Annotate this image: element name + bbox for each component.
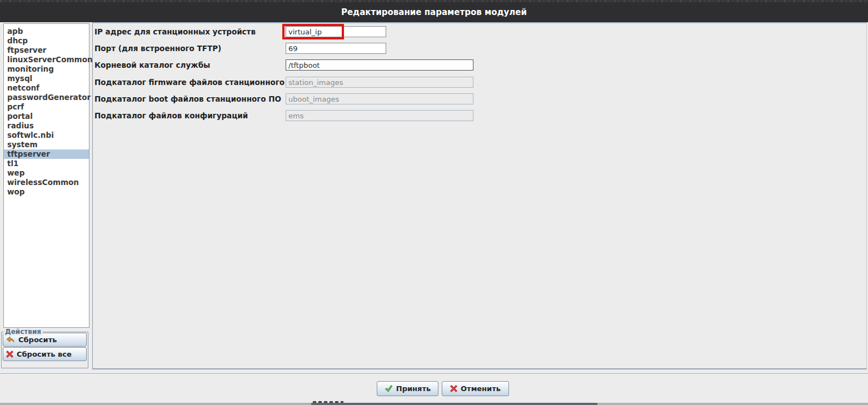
cancel-button-label: Отменить bbox=[461, 384, 501, 393]
field-label-root-dir: Корневой каталог службы bbox=[94, 59, 210, 71]
reset-button-label: Сбросить bbox=[18, 336, 57, 344]
field-label-port: Порт (для встроенного TFTP) bbox=[94, 43, 221, 54]
actions-group-title: Действия bbox=[3, 328, 43, 336]
red-x-icon bbox=[450, 385, 457, 392]
list-item-portal[interactable]: portal bbox=[4, 112, 89, 121]
firmware-subdir-input bbox=[286, 77, 473, 88]
port-input[interactable] bbox=[286, 43, 386, 54]
green-check-icon bbox=[385, 385, 393, 392]
list-item-radius[interactable]: radius bbox=[4, 121, 89, 131]
list-item-mysql[interactable]: mysql bbox=[4, 74, 89, 83]
footer-separator bbox=[0, 373, 868, 374]
background-taskbar-segment bbox=[311, 403, 597, 405]
list-item-passwordgenerator[interactable]: passwordGenerator bbox=[4, 93, 89, 102]
reset-all-button[interactable]: Сбросить все bbox=[3, 347, 87, 361]
list-item-apb[interactable]: apb bbox=[4, 27, 89, 36]
dialog-title: Редактирование параметров модулей bbox=[0, 0, 868, 22]
list-item-tl1[interactable]: tl1 bbox=[4, 159, 89, 168]
ip-address-input[interactable] bbox=[286, 26, 386, 37]
background-taskbar-marks bbox=[313, 401, 343, 403]
list-item-softwlc-nbi[interactable]: softwlc.nbi bbox=[4, 131, 89, 140]
list-item-dhcp[interactable]: dhcp bbox=[4, 36, 89, 46]
config-subdir-input bbox=[286, 110, 473, 121]
undo-icon bbox=[6, 336, 15, 344]
accept-button-label: Принять bbox=[396, 384, 431, 393]
reset-all-button-label: Сбросить все bbox=[17, 350, 72, 358]
boot-subdir-input bbox=[286, 93, 473, 104]
list-item-tftpserver[interactable]: tftpserver bbox=[4, 149, 89, 159]
field-label-ip-address: IP адрес для станционных устройств bbox=[94, 26, 256, 37]
field-label-config-subdir: Подкаталог файлов конфигураций bbox=[94, 110, 248, 121]
cancel-button[interactable]: Отменить bbox=[442, 381, 509, 396]
list-item-pcrf[interactable]: pcrf bbox=[4, 102, 89, 112]
list-item-ftpserver[interactable]: ftpserver bbox=[4, 46, 89, 55]
module-list: apb dhcp ftpserver linuxServerCommon mon… bbox=[3, 23, 89, 328]
accept-button[interactable]: Принять bbox=[377, 381, 438, 396]
field-label-boot-subdir: Подкаталог boot файлов станционного ПО bbox=[94, 93, 281, 104]
list-item-wop[interactable]: wop bbox=[4, 187, 89, 197]
list-item-wep[interactable]: wep bbox=[4, 168, 89, 178]
red-x-icon bbox=[6, 351, 13, 358]
field-label-firmware-subdir: Подкаталог firmware файлов станционного … bbox=[94, 77, 300, 88]
list-item-system[interactable]: system bbox=[4, 140, 89, 149]
actions-group: Действия Сбросить Сбросить все bbox=[1, 332, 88, 368]
dialog-titlebar: Редактирование параметров модулей bbox=[0, 0, 868, 22]
root-dir-input[interactable] bbox=[286, 59, 473, 71]
module-parameters-panel bbox=[92, 22, 867, 369]
list-item-netconf[interactable]: netconf bbox=[4, 83, 89, 93]
list-item-linuxservercommon[interactable]: linuxServerCommon bbox=[4, 55, 89, 64]
background-window-edge bbox=[0, 0, 868, 2]
list-item-monitoring[interactable]: monitoring bbox=[4, 64, 89, 74]
list-item-wirelesscommon[interactable]: wirelessCommon bbox=[4, 178, 89, 187]
